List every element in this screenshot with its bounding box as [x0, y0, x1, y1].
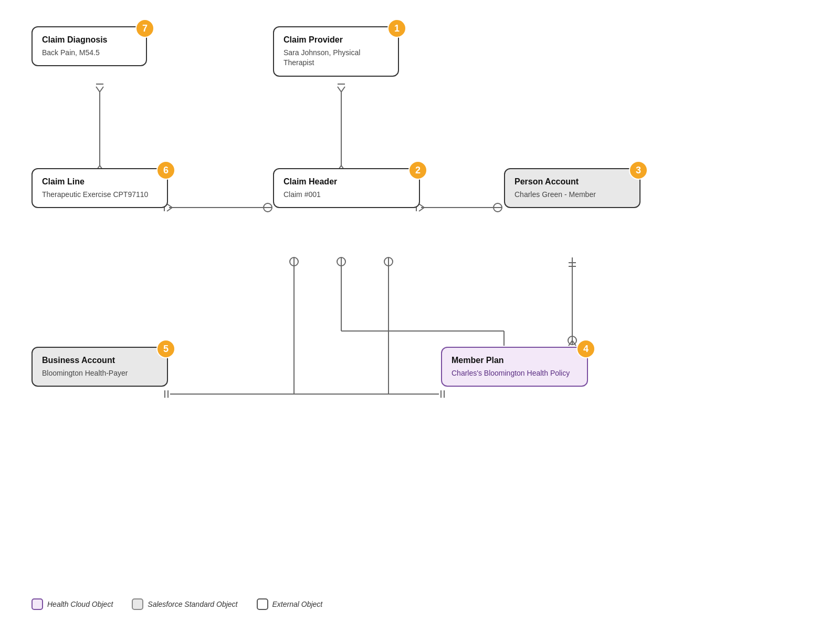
member-plan-subtitle: Charles's Bloomington Health Policy	[452, 368, 578, 379]
svg-line-22	[419, 208, 424, 211]
business-account-node: 5 Business Account Bloomington Health-Pa…	[32, 347, 168, 387]
svg-point-20	[494, 203, 502, 212]
person-account-title: Person Account	[514, 177, 630, 188]
svg-line-9	[341, 87, 345, 92]
member-plan-node: 4 Member Plan Charles's Bloomington Heal…	[441, 347, 588, 387]
legend-health-cloud-label: Health Cloud Object	[47, 600, 113, 608]
svg-line-16	[167, 204, 172, 208]
person-account-subtitle: Charles Green - Member	[514, 190, 630, 200]
claim-provider-title: Claim Provider	[284, 35, 388, 46]
legend-health-cloud-box	[32, 598, 43, 610]
legend-salesforce-std-label: Salesforce Standard Object	[148, 600, 237, 608]
claim-diagnosis-title: Claim Diagnosis	[42, 35, 136, 46]
claim-diagnosis-subtitle: Back Pain, M54.5	[42, 48, 136, 58]
member-plan-title: Member Plan	[452, 355, 578, 366]
svg-point-40	[290, 257, 298, 266]
business-account-title: Business Account	[42, 355, 158, 366]
badge-7: 7	[135, 19, 154, 38]
claim-line-subtitle: Therapeutic Exercise CPT97110	[42, 190, 158, 200]
svg-line-21	[419, 204, 424, 208]
legend-external-label: External Object	[272, 600, 323, 608]
svg-point-41	[384, 257, 393, 266]
badge-2: 2	[408, 161, 427, 180]
claim-header-node: 2 Claim Header Claim #001	[273, 168, 420, 208]
diagram-container: 7 Claim Diagnosis Back Pain, M54.5 1 Cla…	[0, 0, 840, 631]
svg-line-33	[572, 340, 576, 346]
person-account-node: 3 Person Account Charles Green - Member	[504, 168, 640, 208]
claim-diagnosis-node: 7 Claim Diagnosis Back Pain, M54.5	[32, 26, 147, 66]
claim-header-subtitle: Claim #001	[284, 190, 410, 200]
svg-line-2	[100, 87, 103, 92]
svg-line-8	[338, 87, 341, 92]
claim-line-node: 6 Claim Line Therapeutic Exercise CPT971…	[32, 168, 168, 208]
badge-3: 3	[629, 161, 648, 180]
business-account-subtitle: Bloomington Health-Payer	[42, 368, 158, 379]
badge-6: 6	[156, 161, 175, 180]
legend-external-box	[257, 598, 268, 610]
legend-health-cloud: Health Cloud Object	[32, 598, 113, 610]
svg-point-31	[568, 336, 576, 345]
legend-external: External Object	[257, 598, 323, 610]
claim-provider-subtitle: Sara Johnson, Physical Therapist	[284, 48, 388, 68]
badge-1: 1	[387, 19, 406, 38]
claim-line-title: Claim Line	[42, 177, 158, 188]
svg-point-25	[337, 257, 345, 266]
svg-line-1	[96, 87, 100, 92]
legend: Health Cloud Object Salesforce Standard …	[32, 598, 322, 610]
claim-provider-node: 1 Claim Provider Sara Johnson, Physical …	[273, 26, 399, 77]
svg-line-32	[569, 340, 572, 346]
svg-line-17	[167, 208, 172, 211]
svg-point-15	[264, 203, 272, 212]
badge-4: 4	[576, 339, 595, 358]
claim-header-title: Claim Header	[284, 177, 410, 188]
connections-svg	[0, 0, 840, 631]
legend-salesforce-std: Salesforce Standard Object	[132, 598, 237, 610]
legend-salesforce-std-box	[132, 598, 143, 610]
badge-5: 5	[156, 339, 175, 358]
